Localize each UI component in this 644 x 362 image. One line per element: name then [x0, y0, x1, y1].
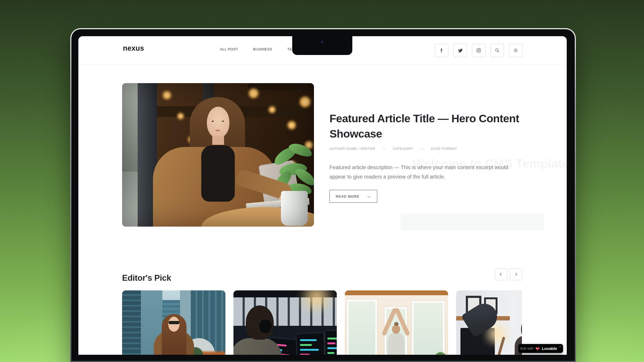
ghost-watermark-button	[400, 213, 544, 231]
twitter-button[interactable]	[453, 44, 467, 57]
laptop-notch	[292, 36, 352, 55]
facebook-icon	[439, 48, 444, 53]
badge-brand: Lovable	[542, 346, 557, 351]
laptop-bezel: nexus ALL POST BUSINESS TECHNOLOGY PODCA…	[71, 29, 575, 361]
meta-separator: —	[382, 147, 386, 151]
facebook-button[interactable]	[435, 44, 448, 57]
search-button[interactable]	[491, 44, 504, 57]
desktop-background: nexus ALL POST BUSINESS TECHNOLOGY PODCA…	[0, 0, 644, 362]
theme-toggle-button[interactable]	[509, 44, 522, 57]
featured-article-title: Featured Article Title — Hero Content Sh…	[330, 111, 523, 142]
webcam-dot	[321, 40, 324, 44]
meta-separator: —	[420, 147, 424, 151]
carousel-controls	[495, 268, 522, 280]
featured-article-meta: AUTHOR NAME / WRITER — CATEGORY — DATE F…	[330, 147, 457, 151]
instagram-button[interactable]	[472, 44, 485, 57]
editor-pick-card-developer[interactable]	[233, 290, 337, 355]
carousel-prev-button[interactable]	[495, 268, 507, 280]
sun-icon	[513, 48, 518, 53]
read-more-button[interactable]: READ MORE →	[330, 190, 377, 203]
editors-pick-carousel	[122, 290, 522, 355]
header-divider	[78, 64, 567, 65]
editor-pick-card-office[interactable]	[456, 290, 522, 355]
lovable-edit-badge[interactable]: Edit with Lovable ×	[518, 344, 563, 353]
header-icon-row	[435, 44, 522, 57]
carousel-next-button[interactable]	[510, 268, 522, 280]
read-more-label: READ MORE	[336, 194, 360, 198]
lovable-heart-icon	[535, 346, 540, 351]
nav-all-post[interactable]: ALL POST	[220, 47, 238, 51]
arrow-right-icon: →	[367, 194, 371, 199]
twitter-icon	[458, 48, 463, 53]
instagram-icon	[476, 48, 481, 53]
editor-pick-card-city[interactable]	[122, 290, 225, 355]
category-label: CATEGORY	[393, 147, 414, 151]
search-icon	[495, 48, 500, 53]
featured-article-description: Featured article description — This is w…	[330, 163, 519, 182]
badge-prefix: Edit with	[520, 346, 533, 350]
site-logo[interactable]: nexus	[123, 44, 144, 53]
browser-screen: nexus ALL POST BUSINESS TECHNOLOGY PODCA…	[78, 36, 567, 355]
chevron-right-icon	[514, 272, 518, 277]
editor-pick-card-yoga[interactable]	[345, 290, 448, 355]
nav-business[interactable]: BUSINESS	[253, 47, 272, 51]
badge-close-icon[interactable]: ×	[559, 345, 561, 349]
author-name: AUTHOR NAME / WRITER	[330, 147, 375, 151]
date-label: DATE FORMAT	[431, 147, 457, 151]
hero-image[interactable]	[122, 83, 314, 227]
chevron-left-icon	[499, 272, 503, 277]
laptop-mockup: nexus ALL POST BUSINESS TECHNOLOGY PODCA…	[70, 28, 576, 362]
editors-pick-heading: Editor's Pick	[122, 273, 171, 283]
